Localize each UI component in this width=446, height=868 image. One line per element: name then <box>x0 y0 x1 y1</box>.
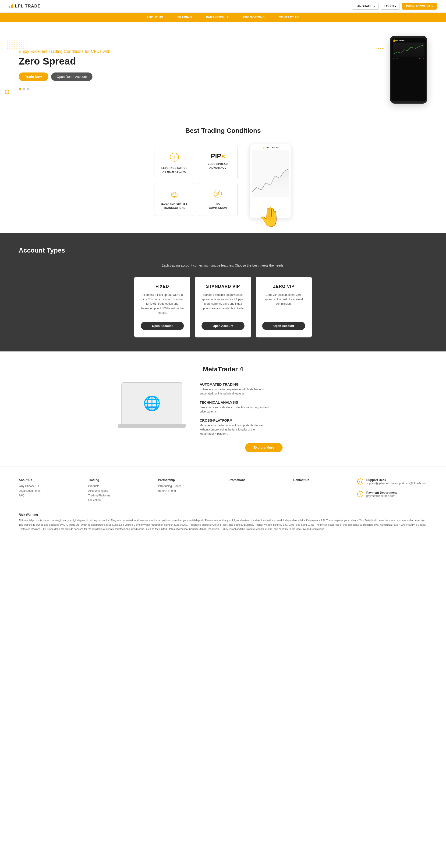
open-account-standard-button[interactable]: Open Account <box>202 322 244 330</box>
footer-link-products[interactable]: Products <box>88 485 110 488</box>
cp-chart <box>252 150 289 197</box>
pips-label: ZERO SPREADADVANTAGE <box>203 162 233 169</box>
payment-dept-title: Payment Department <box>366 491 397 494</box>
account-standard-desc: Standard Variable offers variable spread… <box>202 293 244 315</box>
footer-link-accounts[interactable]: Accounts Types <box>88 489 110 492</box>
commission-label: NOCOMMISSION <box>203 203 233 210</box>
nav-promotions[interactable]: PROMOTIONS <box>243 16 265 19</box>
demo-account-button[interactable]: Open Demo Account <box>51 72 93 81</box>
open-account-fixed-button[interactable]: Open Account <box>141 322 184 330</box>
chevron-down-icon: ▾ <box>394 4 396 8</box>
nav-trading[interactable]: TRADING <box>177 16 192 19</box>
laptop-base <box>118 425 186 428</box>
pips-icon: PIPs <box>203 152 233 160</box>
footer-trading-title: Trading <box>88 478 110 482</box>
nav-partnership[interactable]: PARTNERSHIP <box>206 16 229 19</box>
footer: About Us Why Choose Us Legal Documents F… <box>0 466 446 508</box>
footer-link-legal[interactable]: Legal Documents <box>19 489 40 492</box>
hero-text: Enjoy Excellent Trading Conditions for C… <box>19 49 117 90</box>
hero-phone-mockup: LPL TRADE ▲ 2.34% ▼ 0.12% <box>390 36 427 103</box>
footer-risk: Risk Warning All financial products trad… <box>0 508 446 540</box>
hero-carousel-dots <box>19 88 117 90</box>
payment-dept-info: Payment Department payment@lpltrade.com <box>366 491 397 498</box>
leverage-label: LEVERAGE RATIOSAS HIGH AS 1:400 <box>160 166 190 174</box>
risk-text: All financial products traded on margin … <box>19 518 427 531</box>
phone-logo-text: LPL TRADE <box>395 40 405 41</box>
main-nav: ABOUT US TRADING PARTNERSHIP PROMOTIONS … <box>0 12 446 22</box>
svg-point-14 <box>361 481 362 482</box>
trade-now-button[interactable]: Trade Now <box>19 72 48 81</box>
metatrader-inner: MetaTrader 4 🌐 AUTOMATED TRADING Enhance… <box>118 366 328 452</box>
feature-automated: AUTOMATED TRADING Enhance your trading e… <box>200 382 328 396</box>
dots-decoration <box>7 40 25 49</box>
laptop-screen: 🌐 <box>122 382 182 425</box>
hero-visual: ~~~ LPL TRADE ▲ 2.34% <box>117 36 427 103</box>
svg-text:$: $ <box>359 493 361 496</box>
carousel-dot-3[interactable] <box>27 88 29 90</box>
payment-dept: $ Payment Department payment@lpltrade.co… <box>357 491 427 499</box>
open-account-zero-button[interactable]: Open Account <box>262 322 305 330</box>
language-label: LANGUAGE <box>356 4 372 8</box>
carousel-dot-1[interactable] <box>19 88 21 90</box>
footer-link-why[interactable]: Why Choose Us <box>19 485 40 488</box>
leverage-icon: $ <box>160 152 190 164</box>
hand-decoration: 🤚 <box>259 206 282 228</box>
nav-about[interactable]: ABOUT US <box>146 16 163 19</box>
hero-section: Enjoy Excellent Trading Conditions for C… <box>0 22 446 113</box>
footer-link-refer[interactable]: Refer A Friend <box>158 489 181 492</box>
cp-logo: LPL TRADE <box>263 146 278 149</box>
footer-col-partnership: Partnership Introducing Broker Refer A F… <box>158 478 181 503</box>
language-button[interactable]: LANGUAGE ▾ <box>352 3 379 9</box>
account-card-standard: STANDARD VIP Standard Variable offers va… <box>195 277 251 337</box>
footer-link-education[interactable]: Education <box>88 499 110 502</box>
account-types-subtitle: Each trading account comes with unique f… <box>19 264 427 267</box>
account-card-fixed: FIXED Fixed has a fixed spread with 1.8 … <box>134 277 190 337</box>
support-desk-icon <box>357 478 364 486</box>
footer-link-platforms[interactable]: Trading Platforms <box>88 494 110 497</box>
phone-stats: ▲ 2.34% ▼ 0.12% <box>393 58 424 59</box>
svg-point-12 <box>357 479 363 484</box>
carousel-dot-2[interactable] <box>23 88 25 90</box>
cp-logo-text: LPL TRADE <box>266 146 278 149</box>
hero-buttons: Trade Now Open Demo Account <box>19 72 117 81</box>
phone-logo-bars <box>393 39 394 42</box>
svg-rect-3 <box>172 193 177 196</box>
circle-decoration <box>5 90 9 94</box>
nav-contact[interactable]: CONTACT US <box>279 16 299 19</box>
chevron-down-icon: ▾ <box>373 4 375 8</box>
feature-technical-desc: Free charts and indicators to identify t… <box>200 405 270 414</box>
support-desk-info: Support Desk support@lpltrade.com suppor… <box>366 478 427 485</box>
payment-dept-email: payment@lpltrade.com <box>366 494 397 498</box>
feature-technical: TECHNICAL ANALYSIS Free charts and indic… <box>200 400 328 414</box>
condition-card-leverage: $ LEVERAGE RATIOSAS HIGH AS 1:400 <box>155 147 194 179</box>
login-button[interactable]: LOGIN ▾ <box>381 3 400 9</box>
cp-logo-bars <box>263 147 265 149</box>
condition-card-commission: % NOCOMMISSION <box>198 183 238 216</box>
laptop-wrapper: 🌐 <box>118 382 186 428</box>
logo: LPL TRADE <box>9 4 41 9</box>
svg-text:$: $ <box>173 155 175 159</box>
footer-promotions-title: Promotions <box>229 478 245 482</box>
account-zero-desc: Zero VIP account offers zero spread at t… <box>262 293 305 315</box>
hero-subtitle: Enjoy Excellent Trading Conditions for C… <box>19 49 117 54</box>
footer-col-trading: Trading Products Accounts Types Trading … <box>88 478 110 503</box>
trading-conditions-title: Best Trading Conditions <box>19 127 427 134</box>
open-account-header-button[interactable]: OPEN ACCOUNT ▾ <box>402 3 437 9</box>
condition-card-transactions: EASY AND SECURETRANSACTIONS <box>155 183 194 216</box>
footer-link-ib[interactable]: Introducing Broker <box>158 485 181 488</box>
trading-conditions-section: Best Trading Conditions $ LEVERAGE RATIO… <box>0 113 446 232</box>
login-label: LOGIN <box>384 4 394 8</box>
account-standard-name: STANDARD VIP <box>206 284 240 289</box>
commission-icon: % <box>203 189 233 200</box>
footer-link-faq[interactable]: FAQ <box>19 494 40 497</box>
explore-more-button[interactable]: Explore More <box>245 443 283 452</box>
hero-title: Zero Spread <box>19 56 117 67</box>
wave-decoration: ~~~ <box>376 45 383 52</box>
feature-crossplatform: CROSS-PLATFORM Manage your trading accou… <box>200 418 328 436</box>
logo-bars-icon <box>9 4 13 8</box>
chevron-down-icon: ▾ <box>431 4 433 8</box>
support-desk: Support Desk support@lpltrade.com suppor… <box>357 478 427 486</box>
footer-col-about: About Us Why Choose Us Legal Documents F… <box>19 478 40 503</box>
support-desk-title: Support Desk <box>366 478 427 482</box>
logo-text: LPL TRADE <box>15 4 41 9</box>
